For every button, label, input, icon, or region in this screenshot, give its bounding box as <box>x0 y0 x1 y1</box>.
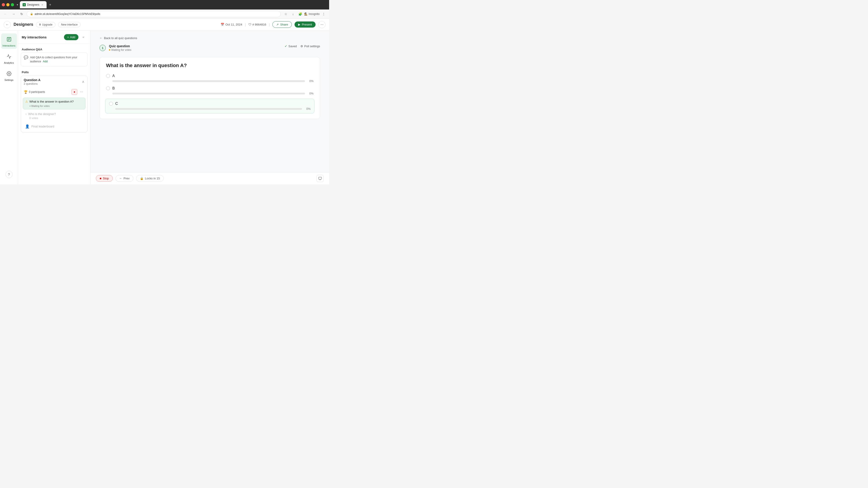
stop-label: Stop <box>103 177 109 180</box>
chat-icon: 💬 <box>24 55 28 60</box>
answer-header-b: B <box>106 86 313 90</box>
reload-button[interactable]: ↻ <box>19 11 25 17</box>
incognito-button[interactable]: 🕵 Incognito <box>304 12 320 15</box>
answer-option-c: C 0% <box>105 99 314 113</box>
panel-header: My interactions + Add « <box>18 31 90 43</box>
content-area: ← Back to all quiz questions 1 Quiz ques… <box>90 31 329 172</box>
active-tab[interactable]: S Designers ✕ <box>20 1 46 8</box>
breadcrumb-link[interactable]: Back to all quiz questions <box>104 36 137 40</box>
minimize-window-button[interactable] <box>6 3 9 6</box>
saved-badge: ✓ Saved <box>285 44 297 48</box>
answer-radio-b[interactable] <box>106 86 110 90</box>
stop-button[interactable]: ■ Stop <box>96 175 113 182</box>
quiz-number: 1 <box>99 45 106 51</box>
sidebar-item-analytics[interactable]: Analytics <box>1 51 17 66</box>
audience-qa-section-label: Audience Q&A <box>18 46 90 53</box>
leaderboard-item[interactable]: 👤 Final leaderboard <box>23 123 86 130</box>
close-window-button[interactable] <box>2 3 5 6</box>
incognito-label: Incognito <box>309 12 320 15</box>
share-button[interactable]: ↗ Share <box>272 21 292 28</box>
sidebar-item-interactions[interactable]: Interactions <box>1 33 17 49</box>
maximize-window-button[interactable] <box>11 3 14 6</box>
lock-button[interactable]: 🔒 Locks in 15 <box>136 175 164 182</box>
circle-icon: ○ <box>25 112 27 116</box>
audience-qa-card: 💬 Add Q&A to collect questions from your… <box>21 53 88 66</box>
q-text-1: What is the answer in question A? <box>29 100 74 104</box>
question-group-a: Question A 2 questions ∧ 🏆 0 participant… <box>21 76 88 132</box>
more-options-button[interactable]: ⋯ <box>318 21 326 28</box>
prev-button[interactable]: ← Prev <box>116 175 133 182</box>
qa-add-link[interactable]: Add <box>43 60 48 63</box>
upgrade-button[interactable]: ⬆ Upgrade <box>36 22 55 27</box>
new-tab-button[interactable]: + <box>48 2 53 7</box>
lock-icon: 🔒 <box>30 12 33 15</box>
extensions-button[interactable]: 🧩 <box>297 11 303 17</box>
question-item-2[interactable]: ○ Who is the designer? 0 votes <box>23 110 86 122</box>
back-button[interactable]: ← <box>2 11 8 17</box>
interactions-icon <box>5 35 13 43</box>
more-group-button[interactable]: ⋯ <box>79 89 85 95</box>
sidebar-item-settings[interactable]: Settings <box>1 68 17 83</box>
qa-content: Add Q&A to collect questions from your a… <box>30 55 85 64</box>
download-button[interactable]: ↓ <box>290 11 296 17</box>
question-card: What is the answer in question A? A 0% <box>99 57 320 119</box>
bottom-bar-right <box>316 175 324 182</box>
more-browser-button[interactable]: ⋮ <box>320 11 327 17</box>
quiz-title-area: 1 Quiz question Waiting for votes <box>99 44 131 52</box>
hash-text: # 8664816 <box>252 23 266 26</box>
main-content: ← Back to all quiz questions 1 Quiz ques… <box>90 31 329 184</box>
present-button[interactable]: ▶ Present <box>294 22 315 28</box>
bottom-bar: ■ Stop ← Prev 🔒 Locks in 15 <box>90 172 329 184</box>
new-interface-button[interactable]: New interface <box>58 22 81 27</box>
share-icon: ↗ <box>276 23 279 26</box>
shield-icon: 🛡 <box>248 23 251 26</box>
saved-label: Saved <box>288 44 297 48</box>
analytics-icon <box>5 53 13 61</box>
app-title: Designers <box>13 22 33 27</box>
interactions-label: Interactions <box>2 44 16 47</box>
audience-view-button[interactable] <box>316 175 324 182</box>
share-label: Share <box>280 23 288 26</box>
settings-label: Settings <box>4 78 13 81</box>
calendar-icon: 📅 <box>221 23 224 26</box>
address-bar[interactable]: 🔒 admin.sli.do/event/8Goq3eqYCVaD6c1SPMV… <box>27 11 281 17</box>
question-item-1[interactable]: ⚠ What is the answer in question A? • Wa… <box>23 98 86 109</box>
leaderboard-icon: 👤 <box>25 124 30 129</box>
browser-chrome: ▾ S Designers ✕ + <box>0 0 329 9</box>
top-bar-right: 📅 Oct 11, 2024 | 🛡 # 8664816 | ↗ Share ▶… <box>221 21 326 28</box>
answer-radio-c[interactable] <box>109 102 113 106</box>
collapse-panel-button[interactable]: « <box>80 34 87 40</box>
sidebar-icons: Interactions Analytics Settings <box>0 31 18 184</box>
bookmark-button[interactable]: ☆ <box>283 11 289 17</box>
forward-button[interactable]: → <box>10 11 17 17</box>
answer-radio-a[interactable] <box>106 74 110 78</box>
interactions-panel: My interactions + Add « Audience Q&A 💬 <box>18 31 90 184</box>
date-text: Oct 11, 2024 <box>225 23 242 26</box>
prev-arrow-icon: ← <box>119 177 122 180</box>
sidebar-bottom: ? <box>5 171 13 182</box>
stop-group-button[interactable]: ■ <box>71 89 77 95</box>
answer-label-c: C <box>115 102 118 106</box>
add-interaction-button[interactable]: + Add <box>64 34 79 40</box>
gear-icon: ⚙ <box>301 44 303 48</box>
group-header: Question A 2 questions ∧ <box>21 76 87 88</box>
q-header-1: ⚠ What is the answer in question A? <box>25 100 83 104</box>
panel-content: Audience Q&A 💬 Add Q&A to collect questi… <box>18 43 90 184</box>
date-badge: 📅 Oct 11, 2024 <box>221 23 242 26</box>
new-interface-label: New interface <box>61 23 78 26</box>
url-text: admin.sli.do/event/8Goq3eqYCVaD6c1SPMVoE… <box>35 12 100 15</box>
tab-close-button[interactable]: ✕ <box>41 3 44 6</box>
answer-option-a: A 0% <box>106 74 313 83</box>
help-button[interactable]: ? <box>5 171 13 178</box>
svg-point-4 <box>8 73 10 74</box>
collapse-group-button[interactable]: ∧ <box>82 79 85 84</box>
answer-bar-bg-c <box>115 108 302 110</box>
poll-settings-button[interactable]: ⚙ Poll settings <box>301 44 320 48</box>
answer-label-a: A <box>112 74 115 78</box>
back-to-home-button[interactable]: ← <box>4 21 11 28</box>
add-icon: + <box>67 35 69 39</box>
answer-pct-a: 0% <box>307 79 313 83</box>
tab-list-button[interactable]: ▾ <box>16 3 19 6</box>
top-bar: ← Designers ⬆ Upgrade New interface 📅 Oc… <box>0 19 329 31</box>
q-status-1: • Waiting for votes <box>25 105 83 107</box>
